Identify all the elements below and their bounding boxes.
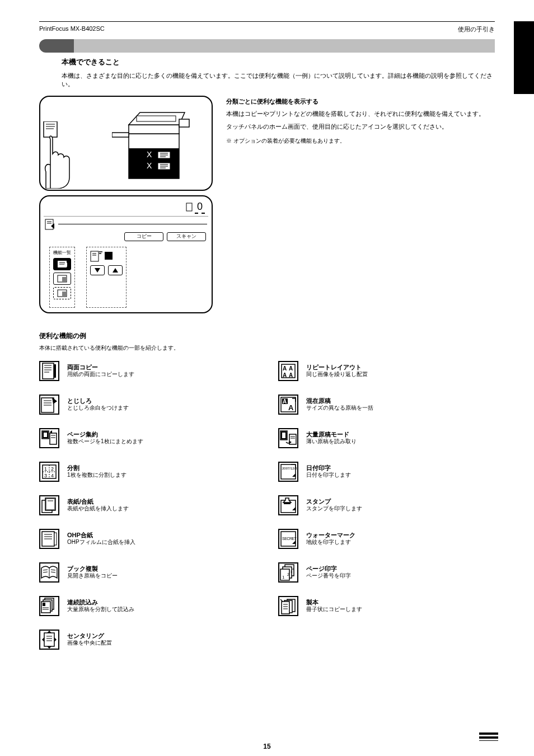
counter-value: 0 (195, 201, 205, 214)
svg-rect-48 (44, 433, 47, 437)
svg-rect-6 (129, 125, 179, 134)
feat-ohp: OHP合紙OHPフィルムに合紙を挿入 (39, 529, 256, 549)
feat-label: ページ印字 (306, 565, 351, 572)
ohp-icon (39, 529, 59, 549)
svg-rect-8 (112, 133, 129, 137)
duplex-icon (39, 361, 59, 381)
section-title: 本機でできること (62, 57, 495, 67)
up-arrow-button[interactable] (108, 265, 123, 275)
feat-label: 製本 (306, 599, 362, 606)
svg-text:4: 4 (51, 473, 54, 478)
scan-tab-button[interactable]: スキャン (167, 232, 206, 241)
centering-icon (39, 630, 59, 650)
svg-text:2: 2 (51, 466, 54, 472)
down-arrow-button[interactable] (90, 265, 105, 275)
feat-margin: とじしろとじしろ余白をつけます (39, 395, 256, 415)
svg-rect-5 (129, 148, 179, 179)
feat-label: 連続読込み (67, 599, 134, 606)
svg-text:X: X (147, 150, 152, 159)
feat-sub: とじしろ余白をつけます (67, 405, 129, 411)
intro-note: ※ オプションの装着が必要な機能もあります。 (226, 137, 495, 145)
svg-text:A: A (289, 365, 293, 372)
feat-label: ウォーターマーク (306, 532, 355, 539)
svg-rect-112 (282, 602, 289, 614)
feat-sub: ページ番号を印字 (306, 572, 351, 579)
feat-label: 日付印字 (306, 464, 351, 472)
feat-sub: 日付を印字します (306, 472, 351, 478)
func-btn-3[interactable] (53, 287, 71, 299)
section-subtitle: 本機は、さまざまな目的に応じた多くの機能を備えています。ここでは便利な機能（一例… (62, 72, 495, 89)
features-header: 便利な機能の例 (39, 331, 495, 341)
feat-sub: 1枚を複数に分割します (67, 472, 127, 478)
func-btn-2[interactable] (53, 273, 71, 285)
feat-slowscan: 大量原稿モード薄い原稿を読み取り (278, 428, 495, 448)
feat-sub: 同じ画像を繰り返し配置 (306, 371, 368, 378)
svg-text:2007/12/31: 2007/12/31 (282, 467, 297, 470)
feat-cover: 表紙/合紙表紙や合紙を挿入します (39, 495, 256, 515)
feat-sub: 大量原稿を分割して読込み (67, 606, 134, 613)
slowscan-icon (278, 428, 298, 448)
feat-label: OHP合紙 (67, 532, 135, 539)
svg-text:X: X (147, 161, 152, 170)
feat-sub: 表紙や合紙を挿入します (67, 505, 129, 512)
feat-label: 分割 (67, 464, 127, 472)
feat-label: センタリング (67, 632, 112, 640)
pagenum-icon: 1234 (278, 562, 298, 583)
svg-text:A: A (283, 398, 287, 405)
repeat-icon: AAAA (278, 361, 298, 381)
doc-small-icon (186, 203, 193, 212)
svg-rect-76 (43, 603, 45, 606)
watermark-icon: SECRET (278, 529, 298, 549)
mixed-icon: AA (278, 395, 298, 415)
svg-rect-100 (284, 503, 291, 504)
feat-label: スタンプ (306, 498, 362, 505)
func-group-b (86, 247, 127, 308)
header-right: 使用の手引き (458, 25, 495, 34)
svg-rect-49 (50, 433, 57, 444)
func-group-a: 機能一覧 (49, 247, 75, 308)
svg-rect-20 (186, 203, 192, 211)
svg-rect-93 (282, 433, 285, 438)
date-icon: 2007/12/31 (278, 462, 298, 482)
split-icon: 1234 (39, 462, 59, 482)
func-btn-1[interactable] (53, 258, 71, 270)
nup-icon (39, 428, 59, 448)
svg-text:1: 1 (44, 466, 47, 472)
page-number: 15 (0, 743, 534, 750)
stamp-icon (278, 495, 298, 515)
doc-arrow-icon (45, 219, 55, 230)
svg-text:4: 4 (292, 567, 294, 571)
svg-text:SECRET: SECRET (282, 537, 297, 541)
touch-hand-icon (43, 121, 93, 189)
printer-illustration: X X (39, 96, 213, 191)
svg-text:A: A (289, 372, 293, 378)
feat-label: ブック複製 (67, 565, 118, 572)
dark-chip-icon (105, 252, 113, 260)
feat-sub: 複数ページを1枚にまとめます (67, 438, 143, 445)
page-header: PrintFocus MX-B402SC 使用の手引き (39, 25, 495, 34)
svg-rect-28 (62, 277, 67, 281)
cover-icon (39, 495, 59, 515)
doc-out-icon (90, 250, 102, 262)
feat-sub: 薄い原稿を読み取り (306, 438, 357, 445)
svg-rect-9 (179, 119, 189, 127)
header-left: PrintFocus MX-B402SC (39, 25, 105, 34)
feat-label: 両面コピー (67, 364, 134, 371)
margin-icon (39, 395, 59, 415)
feat-mixed: AA 混在原稿サイズの異なる原稿を一括 (278, 395, 495, 415)
feat-label: ページ集約 (67, 431, 143, 438)
feat-sub: 画像を中央に配置 (67, 640, 112, 646)
feat-booklet: 製本冊子状にコピーします (278, 596, 495, 616)
printer-icon: X X (112, 102, 196, 186)
touchscreen-panel: 0 コピー スキャン (39, 195, 213, 313)
features-note: 本体に搭載されている便利な機能の一部を紹介します。 (39, 344, 495, 352)
feat-sub: サイズの異なる原稿を一括 (306, 405, 373, 411)
feat-pagenum: 1234 ページ印字ページ番号を印字 (278, 562, 495, 583)
book-icon (39, 562, 59, 583)
copy-tab-button[interactable]: コピー (124, 232, 163, 241)
svg-rect-79 (44, 633, 54, 646)
top-rule (39, 21, 495, 22)
feat-sub: 地紋を印字します (306, 539, 355, 546)
intro-title: 分類ごとに便利な機能を表示する (226, 97, 495, 106)
feat-label: リピートレイアウト (306, 364, 368, 371)
